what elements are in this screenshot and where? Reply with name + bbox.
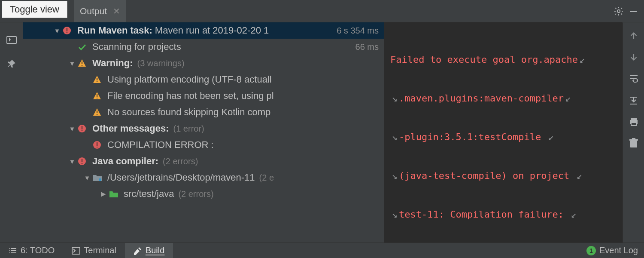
svg-rect-25	[97, 147, 97, 147]
tree-group-warnings[interactable]: Warning: (3 warnings)	[23, 55, 384, 71]
tree-label: Run Maven task:	[77, 25, 152, 36]
error-icon	[93, 141, 104, 149]
svg-rect-13	[82, 65, 82, 66]
console-line: ↘(java-test-compile) on project ↙	[390, 169, 618, 182]
svg-rect-16	[97, 94, 97, 97]
tree-label: /Users/jetbrains/Desktop/maven-11	[107, 172, 255, 183]
duration-label: 6 s 354 ms	[337, 26, 379, 36]
svg-rect-2	[7, 37, 16, 43]
svg-rect-24	[97, 142, 97, 146]
count-label: (1 error)	[173, 124, 204, 134]
print-icon[interactable]	[627, 115, 640, 128]
tool-window-build[interactable]: Build	[125, 243, 173, 258]
wrap-indicator-icon: ↙	[575, 169, 584, 182]
tool-window-terminal[interactable]: Terminal	[63, 243, 125, 258]
status-label: 6: TODO	[21, 246, 55, 255]
console-line: ↘test-11: Compilation failure: ↙	[390, 208, 618, 221]
tree-item-folder[interactable]: /Users/jetbrains/Desktop/maven-11 (2 e	[23, 169, 384, 186]
count-label: (2 errors)	[163, 157, 198, 166]
svg-rect-3	[631, 118, 637, 120]
panel-tab-bar: Output ✕	[0, 0, 644, 22]
chevron-down-icon[interactable]	[83, 174, 91, 181]
scroll-to-end-icon[interactable]	[627, 94, 640, 107]
tree-label: COMPILATION ERROR :	[107, 139, 214, 150]
soft-wrap-icon[interactable]	[627, 72, 640, 85]
warning-icon	[93, 75, 104, 84]
svg-point-0	[617, 9, 620, 12]
notification-badge: 1	[586, 246, 596, 255]
tree-label: Other messages:	[92, 123, 169, 134]
wrap-indicator-icon: ↘	[390, 92, 399, 105]
tree-label: Scanning for projects	[92, 41, 181, 52]
main-split: Run Maven task: Maven run at 2019-02-20 …	[23, 22, 623, 243]
svg-rect-28	[82, 163, 82, 164]
status-label: Build	[146, 246, 164, 255]
chevron-down-icon[interactable]	[68, 60, 76, 67]
tooltip-toggle-view: Toggle view	[2, 1, 67, 18]
svg-rect-27	[82, 159, 82, 162]
svg-rect-18	[97, 111, 97, 113]
tab-label: Output	[80, 6, 107, 16]
wrap-indicator-icon: ↙	[564, 92, 572, 105]
tab-build-output[interactable]: Output ✕	[74, 0, 126, 22]
tree-root-run-maven[interactable]: Run Maven task: Maven run at 2019-02-20 …	[23, 22, 384, 39]
tree-group-other[interactable]: Other messages: (1 error)	[23, 120, 384, 137]
wrap-indicator-icon: ↙	[569, 208, 578, 221]
svg-rect-10	[67, 28, 67, 31]
chevron-down-icon[interactable]	[53, 27, 61, 34]
close-icon[interactable]: ✕	[113, 6, 120, 16]
tree-group-java-compiler[interactable]: Java compiler: (2 errors)	[23, 153, 384, 169]
error-icon	[63, 26, 74, 35]
svg-rect-22	[82, 130, 82, 131]
svg-rect-30	[72, 247, 80, 254]
tree-item-src-folder[interactable]: src/test/java (2 errors)	[23, 186, 384, 202]
tree-label: File encoding has not been set, using pl	[107, 90, 274, 101]
count-label: (3 warnings)	[137, 58, 185, 68]
arrow-up-icon[interactable]	[627, 29, 640, 42]
toggle-view-icon[interactable]	[5, 34, 18, 47]
svg-rect-7	[629, 139, 638, 141]
wrap-indicator-icon: ↙	[547, 131, 555, 144]
tree-label: src/test/java	[124, 188, 174, 200]
minimize-icon[interactable]	[626, 0, 641, 22]
tree-item-warning[interactable]: File encoding has not been set, using pl	[23, 88, 384, 104]
wrap-indicator-icon: ↙	[578, 53, 586, 66]
warning-icon	[93, 108, 104, 117]
svg-rect-14	[97, 78, 97, 80]
error-icon	[78, 124, 89, 133]
chevron-down-icon[interactable]	[68, 125, 76, 132]
trash-icon[interactable]	[627, 137, 640, 150]
wrap-indicator-icon: ↘	[390, 208, 399, 221]
gear-icon[interactable]	[611, 0, 626, 22]
status-label: Event Log	[599, 246, 638, 255]
svg-rect-21	[82, 126, 82, 129]
svg-rect-6	[630, 141, 637, 147]
warning-icon	[93, 92, 104, 100]
tool-window-event-log[interactable]: 1 Event Log	[578, 243, 644, 258]
console-line: ↘.maven.plugins:maven-compiler↙	[390, 92, 618, 105]
arrow-down-icon[interactable]	[627, 51, 640, 64]
svg-rect-29	[99, 178, 101, 181]
svg-rect-11	[67, 32, 67, 33]
tree-item-scanning[interactable]: Scanning for projects 66 ms	[23, 39, 384, 55]
wrap-indicator-icon: ↘	[390, 169, 399, 182]
chevron-right-icon[interactable]	[100, 190, 107, 198]
tool-window-todo[interactable]: 6: TODO	[0, 243, 63, 258]
tree-item-warning[interactable]: No sources found skipping Kotlin comp	[23, 104, 384, 120]
build-tree: Run Maven task: Maven run at 2019-02-20 …	[23, 22, 384, 243]
tree-item-warning[interactable]: Using platform encoding (UTF-8 actuall	[23, 71, 384, 88]
count-label: (2 e	[259, 173, 274, 183]
svg-rect-1	[630, 11, 637, 12]
error-icon	[78, 157, 89, 166]
wrap-indicator-icon: ↘	[390, 131, 399, 144]
folder-icon	[93, 174, 104, 181]
pin-icon[interactable]	[5, 58, 18, 71]
left-toolbar	[0, 23, 23, 243]
svg-rect-12	[82, 61, 82, 64]
tree-item-error[interactable]: COMPILATION ERROR :	[23, 137, 384, 153]
source-folder-icon	[109, 190, 120, 198]
status-label: Terminal	[84, 246, 116, 255]
svg-rect-5	[631, 123, 636, 126]
chevron-down-icon[interactable]	[68, 158, 76, 165]
console-output[interactable]: Failed to execute goal org.apache↙ ↘.mav…	[384, 22, 623, 243]
